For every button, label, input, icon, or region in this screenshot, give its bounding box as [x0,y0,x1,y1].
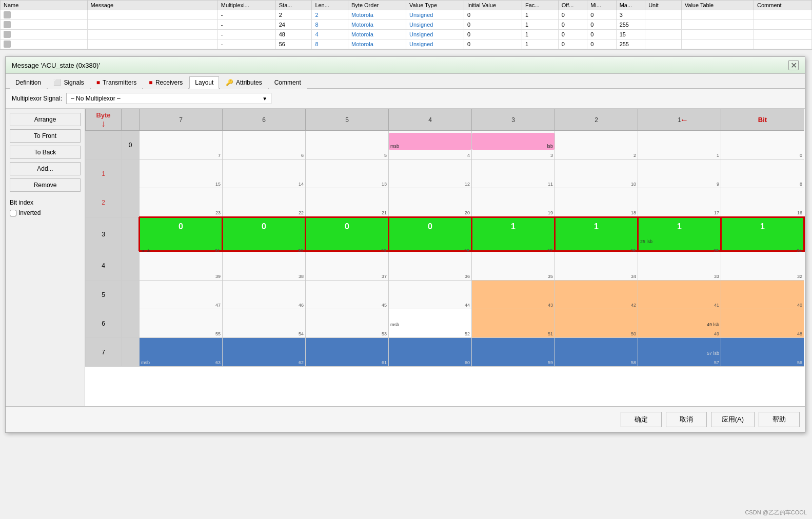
cell-offset: 0 [558,10,587,20]
to-front-button[interactable]: To Front [10,129,81,143]
tab-attributes[interactable]: 🔑 Attributes [220,76,267,89]
bit-layout-grid[interactable]: Byte ↓ 7 6 5 4 3 2 1 Bit ← [85,109,805,406]
cell-6-55: 55 [140,309,223,338]
byte-label-cell-6: 6 [86,309,122,338]
cell-byteorder: Motorola [348,20,406,30]
cell-5-44: 44 [389,281,472,309]
apply-button[interactable]: 应用(A) [711,412,755,427]
cell-min: 0 [587,10,617,20]
cell-2-20: 20 [389,188,472,217]
multiplexor-select[interactable]: – No Multiplexor – [66,93,271,104]
cell-name [1,10,88,20]
byte-header: Byte ↓ [86,109,122,131]
bit-index-label: Bit index [10,199,81,206]
cell-max: 255 [616,39,645,49]
close-button[interactable]: ✕ [788,60,799,70]
cell-unit [645,30,682,39]
cell-name [1,20,88,30]
byte-label-cell-3: 3 [86,217,122,251]
col-header-3: 3 [472,109,555,131]
cell-4-34: 34 [555,251,638,281]
bottom-button-bar: 确定 取消 应用(A) 帮助 [6,406,805,432]
cell-min: 0 [587,30,617,39]
cell-offset: 0 [558,39,587,49]
cell-unit [645,39,682,49]
cell-1-9: 9 [638,159,721,188]
layout-table: Byte ↓ 7 6 5 4 3 2 1 Bit ← [85,109,805,367]
cell-valuetype: Unsigned [406,20,464,30]
table-row: - 56 8 Motorola Unsigned 0 1 0 0 255 [1,39,812,49]
inverted-label: Inverted [18,209,41,216]
cell-name [1,39,88,49]
attributes-icon: 🔑 [226,79,233,86]
cell-5-40: 40 [721,281,804,309]
cell-0-5: 5 [306,131,389,159]
tab-receivers[interactable]: ■ Receivers [143,76,188,89]
cancel-button[interactable]: 取消 [666,412,707,427]
remove-button[interactable]: Remove [10,178,81,192]
dialog-title-text: Message 'ACU_state (0x380)' [12,62,100,69]
cell-0-3: 3 lsb [472,131,555,159]
tab-definition[interactable]: Definition [10,76,47,89]
cell-7-61: 61 [306,338,389,367]
cell-mux: - [217,30,275,39]
layout-content: Arrange To Front To Back Add... Remove B… [6,109,805,406]
cell-5-45: 45 [306,281,389,309]
confirm-button[interactable]: 确定 [621,412,662,427]
cell-comment [754,39,812,49]
col-message: Message [87,1,217,10]
multiplexor-label: Multiplexor Signal: [12,95,62,102]
cell-len: 8 [312,39,348,49]
byte-down-arrow-icon: ↓ [86,119,121,128]
cell-comment [754,30,812,39]
cell-4-38: 38 [223,251,306,281]
signals-icon: ⬜ [53,79,61,86]
byte-num-header [122,109,140,131]
col-start: Sta... [275,1,312,10]
cell-comment [754,20,812,30]
tab-layout[interactable]: Layout [189,76,219,89]
cell-5-46: 46 [223,281,306,309]
row-num-3 [122,217,140,251]
cell-len: 2 [312,10,348,20]
help-button[interactable]: 帮助 [759,412,800,427]
row-num-4 [122,251,140,281]
col-name: Name [1,1,88,10]
tab-comment[interactable]: Comment [269,76,307,89]
cell-5-47: 47 [140,281,223,309]
add-button[interactable]: Add... [10,162,81,175]
row-num-1 [122,159,140,188]
cell-initial: 0 [464,10,522,20]
col-header-1: 1 [638,109,721,131]
arrange-button[interactable]: Arrange [10,113,81,126]
cell-3-30: 0 30 [223,217,306,251]
tab-transmitters[interactable]: ■ Transmitters [91,76,143,89]
cell-offset: 0 [558,20,587,30]
col-mux: Multiplexi... [217,1,275,10]
cell-valuetable [681,10,754,20]
cell-2-19: 19 [472,188,555,217]
row-num-0: 0 [122,131,140,159]
tab-signals[interactable]: ⬜ Signals [48,76,90,89]
to-back-button[interactable]: To Back [10,146,81,159]
cell-1-10: 10 [555,159,638,188]
cell-2-17: 17 [638,188,721,217]
cell-byteorder: Motorola [348,10,406,20]
cell-1-13: 13 [306,159,389,188]
cell-comment [754,10,812,20]
cell-3-26: 1 26 [555,217,638,251]
cell-1-8: 8 [721,159,804,188]
cell-3-24: 1 24 [721,217,804,251]
cell-4-39: 39 [140,251,223,281]
tab-bar: Definition ⬜ Signals ■ Transmitters ■ Re… [6,74,805,89]
cell-2-18: 18 [555,188,638,217]
message-dialog: Message 'ACU_state (0x380)' ✕ Definition… [5,56,805,433]
signal-table: Name Message Multiplexi... Sta... Len...… [0,0,812,50]
cell-6-54: 54 [223,309,306,338]
inverted-checkbox[interactable] [10,210,16,216]
multiplexor-select-wrapper: – No Multiplexor – ▼ [66,93,271,104]
col-valuetype: Value Type [406,1,464,10]
cell-0-4: 4 msb [389,131,472,159]
cell-0-2: 2 [555,131,638,159]
col-header-4: 4 [389,109,472,131]
